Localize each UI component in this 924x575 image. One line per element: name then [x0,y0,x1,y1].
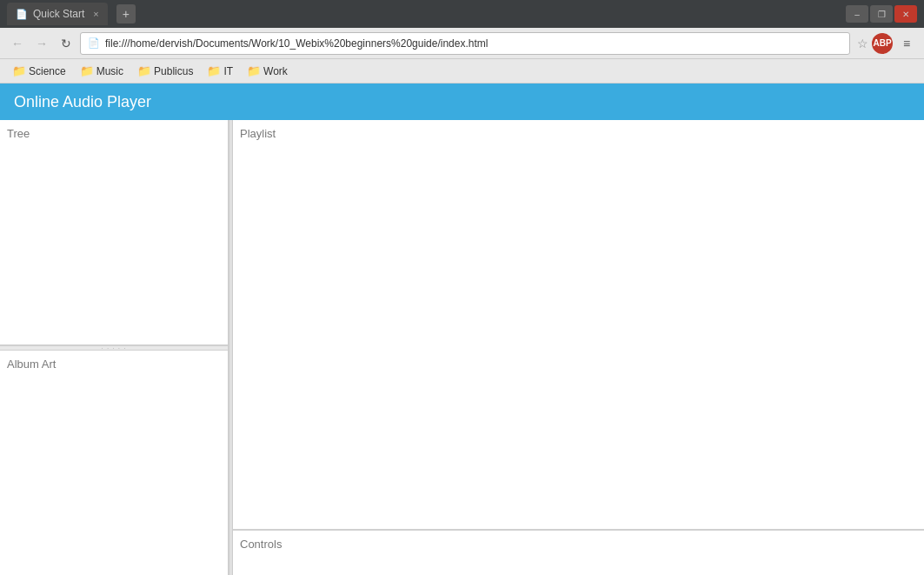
minimize-button[interactable]: – [846,5,868,23]
left-panel: Tree · · · · · Album Art [0,120,229,575]
back-button[interactable]: ← [7,33,28,54]
app-header: Online Audio Player [0,84,924,120]
adblock-button[interactable]: ABP [872,33,893,54]
address-text: file:///home/dervish/Documents/Work/10_W… [105,37,842,50]
tree-section: Tree [0,120,228,345]
bookmark-work[interactable]: 📁 Work [242,63,293,79]
bookmark-label: Music [96,65,123,77]
playlist-label: Playlist [240,127,276,140]
restore-button[interactable]: ❐ [870,5,893,23]
bookmark-label: Publicus [154,65,193,77]
app-title: Online Audio Player [14,93,151,111]
album-art-section: Album Art [0,351,228,575]
bookmark-label: Science [29,65,66,77]
window-controls: – ❐ ✕ [846,5,917,23]
bookmark-publicus[interactable]: 📁 Publicus [132,63,198,79]
forward-button[interactable]: → [31,33,52,54]
controls-label: Controls [240,538,282,551]
folder-icon: 📁 [80,64,94,77]
bookmark-it[interactable]: 📁 IT [202,63,238,79]
address-page-icon: 📄 [88,37,100,49]
bookmark-science[interactable]: 📁 Science [7,63,71,79]
playlist-section: Playlist [233,120,924,530]
new-tab-button[interactable]: + [116,4,136,23]
tab-page-icon: 📄 [16,9,28,20]
app-body: Tree · · · · · Album Art Playlist Contro… [0,120,924,575]
bookmark-star-button[interactable]: ☆ [857,37,868,50]
browser-menu-button[interactable]: ≡ [896,33,917,54]
titlebar: 📄 Quick Start × + – ❐ ✕ [0,0,924,28]
tab-close-button[interactable]: × [93,9,98,19]
right-panel: Playlist Controls [233,120,924,575]
address-bar[interactable]: 📄 file:///home/dervish/Documents/Work/10… [80,32,850,55]
folder-icon: 📁 [247,64,261,77]
folder-icon: 📁 [137,64,151,77]
reload-button[interactable]: ↻ [56,33,76,54]
controls-section: Controls [233,530,924,575]
browser-tab[interactable]: 📄 Quick Start × [7,3,108,25]
bookmark-label: IT [223,65,233,77]
tree-label: Tree [7,127,30,140]
folder-icon: 📁 [207,64,221,77]
tab-label: Quick Start [33,8,84,20]
app-area: Online Audio Player Tree · · · · · Album… [0,84,924,575]
album-art-label: Album Art [7,358,56,371]
navigation-bar: ← → ↻ 📄 file:///home/dervish/Documents/W… [0,28,924,59]
bookmarks-bar: 📁 Science 📁 Music 📁 Publicus 📁 IT 📁 Work [0,59,924,84]
close-button[interactable]: ✕ [894,5,917,23]
folder-icon: 📁 [12,64,26,77]
browser-window: 📄 Quick Start × + – ❐ ✕ ← → ↻ 📄 file:///… [0,0,924,575]
bookmark-music[interactable]: 📁 Music [75,63,129,79]
bookmark-label: Work [263,65,288,77]
